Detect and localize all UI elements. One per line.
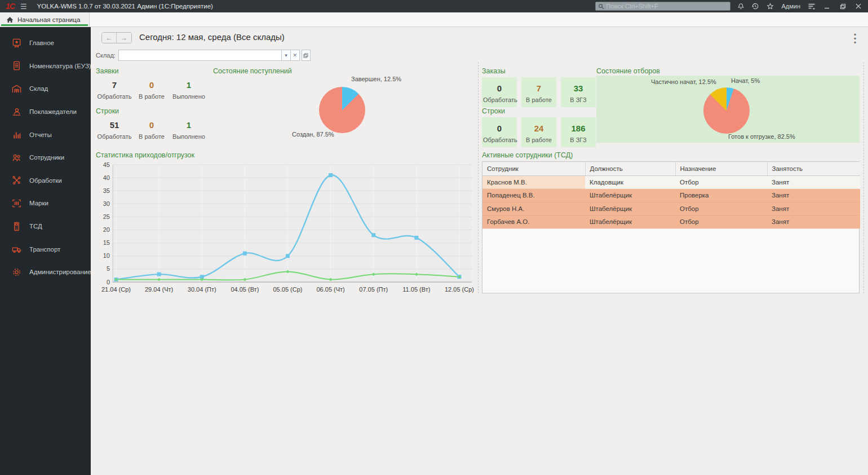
warehouse-input[interactable]: [118, 50, 282, 61]
sidebar-item-label: Сотрудники: [29, 154, 64, 161]
employees-table-title: Активные сотрудники (ТСД): [482, 151, 573, 159]
column-header[interactable]: Занятость: [767, 162, 860, 175]
back-button[interactable]: ←: [102, 33, 117, 43]
orders-stats: 0Обработать 7В работе 33В ЗГЗ: [482, 77, 596, 107]
stat-cell: 24В работе: [521, 117, 556, 147]
column-header[interactable]: Должность: [585, 162, 675, 175]
warehouse-clear-icon[interactable]: ✕: [291, 50, 300, 61]
table-row[interactable]: Смуров Н.А.ШтабелёрщикОтборЗанят: [482, 202, 860, 215]
svg-text:06.05 (Чт): 06.05 (Чт): [316, 286, 344, 293]
orders-section-title: Заказы: [482, 67, 506, 75]
svg-text:15: 15: [103, 239, 110, 246]
sidebar-item-label: Склад: [29, 85, 48, 92]
sidebar-item-administration[interactable]: Администрирование: [0, 261, 91, 284]
sidebar-item-nomenclature[interactable]: Номенклатура (ЕУЗ): [0, 55, 91, 78]
service-menu-icon[interactable]: [807, 2, 816, 11]
window-title: YOLKA-WMS 1.0.7 от 30.03.2021 Админ (1С:…: [37, 3, 213, 10]
stat-cell: 33В ЗГЗ: [561, 77, 596, 107]
flow-chart-title: Статистика приходов/отгрузок: [96, 151, 194, 159]
stat-cell: 7В работе: [521, 77, 556, 107]
document-icon: [11, 60, 22, 72]
sidebar-item-transport[interactable]: Транспорт: [0, 238, 91, 261]
svg-text:45: 45: [103, 161, 110, 168]
restore-button[interactable]: [838, 2, 848, 11]
sidebar-item-marks[interactable]: Марки: [0, 192, 91, 215]
sidebar-item-employees[interactable]: Сотрудники: [0, 146, 91, 169]
sidebar-item-clients[interactable]: Поклажедатели: [0, 100, 91, 124]
1c-logo: 1С: [6, 2, 15, 11]
svg-text:30: 30: [103, 200, 110, 207]
warehouse-filter-row: Склад: ▾ ✕: [96, 50, 311, 61]
sidebar-item-label: Администрирование: [29, 269, 91, 275]
search-input[interactable]: [606, 3, 728, 10]
picking-pie-label-started: Начат, 5%: [731, 77, 760, 84]
gear-icon: [11, 266, 22, 278]
page-title: Сегодня: 12 мая, среда (Все склады): [139, 32, 285, 42]
sidebar-item-tsd[interactable]: ТСД: [0, 215, 91, 238]
current-user[interactable]: Админ: [781, 3, 800, 10]
svg-text:05.05 (Ср): 05.05 (Ср): [273, 286, 303, 293]
receipts-pie-label-created: Создан, 87.5%: [292, 131, 334, 138]
sidebar-item-main[interactable]: Главное: [0, 32, 91, 55]
title-bar: 1С ☰ YOLKA-WMS 1.0.7 от 30.03.2021 Админ…: [0, 0, 868, 12]
receipts-pie-title: Состояние поступлений: [213, 67, 292, 75]
sidebar-item-label: Номенклатура (ЕУЗ): [29, 63, 91, 69]
client-hand-icon: [11, 106, 22, 117]
notifications-bell-icon[interactable]: [736, 2, 745, 11]
sidebar-item-label: ТСД: [29, 223, 42, 230]
table-row[interactable]: Краснов М.В.КладовщикОтборЗанят: [482, 175, 860, 189]
tab-bar: Начальная страница: [0, 12, 868, 27]
svg-text:30.04 (Пт): 30.04 (Пт): [188, 286, 216, 293]
picking-pie-title: Состояние отборов: [596, 67, 660, 75]
close-button[interactable]: [853, 2, 863, 11]
column-header[interactable]: Назначение: [675, 162, 767, 175]
history-icon[interactable]: [751, 2, 760, 11]
star-badge-icon: [11, 37, 22, 49]
svg-text:40: 40: [103, 174, 110, 181]
stat-cell: 0В работе: [133, 77, 170, 100]
warehouse-icon: [11, 83, 22, 94]
table-row[interactable]: Горбачев А.О.ШтабелёрщикОтборЗанят: [482, 215, 860, 229]
main-menu-icon[interactable]: ☰: [20, 3, 27, 10]
warehouse-dropdown-icon[interactable]: ▾: [282, 50, 291, 61]
stat-cell: 7Обработать: [96, 77, 133, 100]
home-icon: [6, 16, 14, 23]
tab-home-page[interactable]: Начальная страница: [0, 12, 90, 27]
more-menu-icon[interactable]: •••: [852, 33, 858, 45]
picking-pie-label-ready: Готов к отгрузке, 82.5%: [728, 133, 795, 140]
stat-cell: 0Обработать: [482, 117, 517, 147]
requests-stats: 7Обработать 0В работе 1Выполнено: [96, 77, 207, 100]
sidebar-item-reports[interactable]: Отчеты: [0, 123, 91, 146]
right-edge-separator: [863, 62, 864, 293]
svg-text:21.04 (Ср): 21.04 (Ср): [101, 286, 131, 293]
employees-table: Сотрудник Должность Назначение Занятость…: [482, 161, 860, 293]
favorites-star-icon[interactable]: [765, 2, 774, 11]
search-icon: [598, 3, 604, 10]
forward-button[interactable]: →: [117, 33, 131, 43]
tab-label: Начальная страница: [17, 16, 80, 23]
receipts-pie-chart: [319, 87, 365, 133]
order-rows-section-title: Строки: [482, 107, 505, 115]
stat-cell: 186В ЗГЗ: [561, 117, 596, 147]
warehouse-choose-icon[interactable]: [302, 50, 311, 61]
svg-text:35: 35: [103, 187, 110, 194]
table-row[interactable]: Попаденец В.В.ШтабелёрщикПроверкаЗанят: [482, 189, 860, 203]
history-nav-buttons: ← →: [101, 32, 132, 43]
svg-text:07.05 (Пт): 07.05 (Пт): [359, 286, 388, 293]
table-header-row: Сотрудник Должность Назначение Занятость: [482, 162, 860, 175]
requests-section-title: Заявки: [96, 67, 118, 75]
sidebar-item-label: Главное: [29, 39, 54, 46]
picking-pie-chart: [703, 87, 750, 134]
handheld-terminal-icon: [11, 221, 22, 232]
column-header[interactable]: Сотрудник: [482, 162, 585, 175]
minimize-button[interactable]: [822, 2, 832, 11]
sidebar-item-label: Марки: [29, 200, 48, 206]
svg-text:0: 0: [107, 279, 110, 285]
global-search[interactable]: [595, 2, 730, 11]
sidebar-item-processing[interactable]: Обработки: [0, 169, 91, 192]
svg-text:11.05 (Вт): 11.05 (Вт): [402, 286, 430, 293]
picking-pie-label-partial: Частично начат, 12.5%: [651, 78, 716, 85]
sidebar-item-warehouse[interactable]: Склад: [0, 77, 91, 100]
nodes-icon: [11, 175, 22, 186]
svg-text:10: 10: [103, 252, 110, 259]
